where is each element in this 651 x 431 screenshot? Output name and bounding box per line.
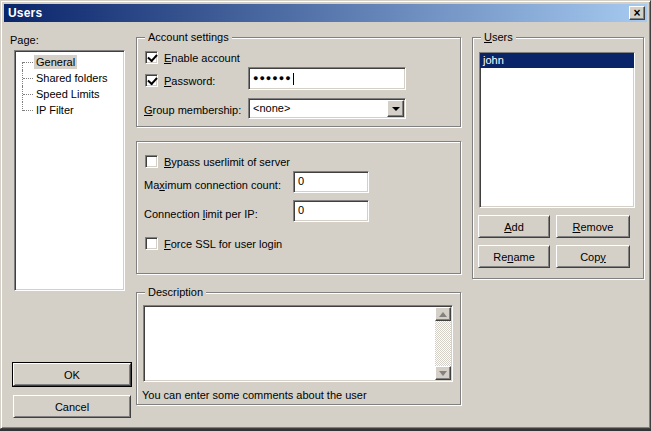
scroll-up-button[interactable]: [435, 307, 451, 321]
scrollbar-track[interactable]: [435, 321, 451, 366]
rename-user-button[interactable]: Rename: [478, 245, 550, 268]
tree-item-ip-filter[interactable]: IP Filter: [15, 102, 124, 118]
text-caret: [293, 73, 294, 85]
cancel-button[interactable]: Cancel: [13, 395, 131, 418]
bypass-userlimit-checkbox[interactable]: [145, 155, 158, 168]
tree-branch-icon: [22, 70, 34, 86]
tree-item-shared-folders[interactable]: Shared folders: [15, 70, 124, 86]
password-masked-value: ●●●●●●: [253, 71, 292, 86]
user-list-item[interactable]: john: [480, 53, 634, 68]
password-label[interactable]: Password:: [164, 75, 215, 88]
scroll-down-button[interactable]: [435, 366, 451, 380]
remove-user-button[interactable]: Remove: [556, 215, 630, 238]
tree-branch-icon: [22, 54, 34, 70]
page-tree[interactable]: General Shared folders Speed Limits IP F…: [14, 50, 125, 291]
connection-limit-per-ip-label: Connection limit per IP:: [144, 208, 258, 221]
users-dialog: Users × Page: General Shared folders Spe…: [0, 0, 651, 429]
combo-dropdown-button[interactable]: [387, 100, 404, 117]
tree-branch-icon: [22, 102, 34, 118]
add-user-button[interactable]: Add: [478, 215, 550, 238]
max-connection-count-input[interactable]: 0: [293, 171, 369, 193]
copy-user-button[interactable]: Copy: [556, 245, 630, 268]
titlebar: Users ×: [4, 4, 647, 22]
group-membership-label: Group membership:: [144, 104, 241, 117]
close-button[interactable]: ×: [629, 6, 645, 20]
ok-button[interactable]: OK: [13, 363, 131, 386]
description-title: Description: [145, 286, 206, 299]
close-icon: ×: [633, 8, 640, 18]
connection-limit-per-ip-input[interactable]: 0: [293, 200, 369, 222]
arrow-up-icon: [439, 308, 447, 317]
page-label: Page:: [10, 34, 39, 47]
description-textarea[interactable]: [143, 305, 453, 382]
tree-branch-icon: [22, 86, 34, 102]
enable-account-checkbox[interactable]: [145, 51, 158, 64]
bypass-userlimit-label[interactable]: Bypass userlimit of server: [164, 156, 290, 169]
description-scrollbar[interactable]: [435, 307, 451, 380]
enable-account-label[interactable]: Enable account: [164, 52, 240, 65]
users-group-title: Users: [481, 31, 516, 44]
tree-item-speed-limits[interactable]: Speed Limits: [15, 86, 124, 102]
arrow-down-icon: [439, 371, 447, 380]
max-connection-count-label: Maximum connection count:: [144, 179, 281, 192]
description-hint: You can enter some comments about the us…: [142, 389, 367, 402]
password-checkbox[interactable]: [145, 74, 158, 87]
force-ssl-checkbox[interactable]: [145, 237, 158, 250]
force-ssl-label[interactable]: Force SSL for user login: [164, 238, 282, 251]
tree-item-general[interactable]: General: [15, 54, 124, 70]
group-membership-select[interactable]: <none>: [248, 98, 406, 119]
group-membership-value: <none>: [253, 101, 290, 115]
users-listbox[interactable]: john: [479, 52, 635, 208]
password-input[interactable]: ●●●●●●: [248, 67, 406, 90]
window-title: Users: [4, 6, 42, 20]
account-settings-title: Account settings: [145, 31, 232, 44]
chevron-down-icon: [392, 107, 400, 115]
